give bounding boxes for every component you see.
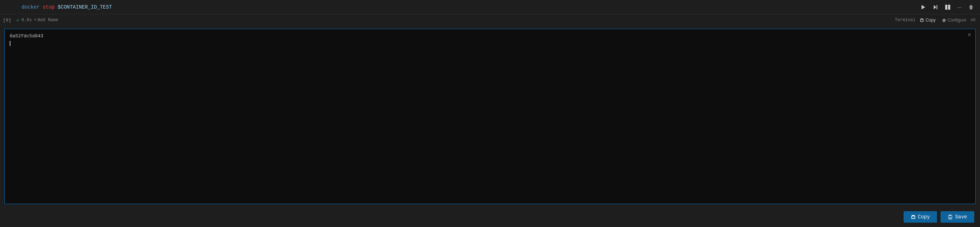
- split-button[interactable]: [943, 3, 952, 11]
- step-row: ··· [9] ✓ 0.8s + Add Name Terminal Copy …: [0, 14, 980, 26]
- delete-button[interactable]: [966, 3, 976, 11]
- cmd-stop: stop: [43, 4, 55, 10]
- terminal-label: Terminal: [895, 18, 916, 22]
- add-icon: +: [34, 18, 37, 22]
- top-toolbar: docker stop $CONTAINER_ID_TEST ···: [0, 0, 980, 14]
- run-alt-button[interactable]: [931, 3, 940, 11]
- copy-icon-small: [920, 18, 924, 22]
- copy-button-label: Copy: [918, 214, 930, 220]
- sidebar-dots[interactable]: ···: [3, 17, 12, 23]
- save-icon: [948, 214, 953, 219]
- save-button[interactable]: Save: [940, 211, 974, 223]
- configure-label: Configure: [948, 18, 966, 22]
- step-copy-label: Copy: [926, 18, 935, 22]
- output-container: 0a52fdc5d843 ×: [0, 26, 980, 207]
- cmd-keyword: docker: [22, 4, 40, 10]
- output-content: 0a52fdc5d843: [10, 34, 43, 39]
- step-check-icon: ✓: [16, 17, 19, 23]
- copy-button[interactable]: Copy: [904, 211, 937, 223]
- more-icon: ···: [957, 4, 962, 10]
- copy-icon: [911, 214, 916, 219]
- step-copy-button[interactable]: Copy: [918, 17, 938, 23]
- run-icon: [920, 4, 926, 10]
- save-button-label: Save: [955, 214, 967, 220]
- step-duration: 0.8s: [22, 18, 32, 22]
- toolbar-right: ···: [919, 3, 976, 11]
- svg-rect-0: [945, 5, 947, 10]
- add-name-button[interactable]: + Add Name: [34, 18, 59, 22]
- add-name-label: Add Name: [38, 18, 59, 22]
- configure-icon: [942, 18, 946, 22]
- sh-label: sh: [970, 18, 976, 22]
- configure-button[interactable]: Configure: [940, 17, 968, 23]
- toolbar-left: docker stop $CONTAINER_ID_TEST: [0, 4, 112, 10]
- close-output-button[interactable]: ×: [966, 31, 972, 38]
- command-display: docker stop $CONTAINER_ID_TEST: [22, 4, 112, 10]
- trash-icon: [968, 4, 974, 10]
- more-button[interactable]: ···: [955, 3, 964, 11]
- svg-rect-1: [948, 5, 950, 10]
- run-button[interactable]: [919, 3, 928, 11]
- run-alt-icon: [933, 4, 939, 10]
- output-text: 0a52fdc5d843: [10, 33, 970, 47]
- split-icon: [945, 4, 951, 10]
- step-row-right: Terminal Copy Configure sh: [895, 17, 976, 23]
- output-box: 0a52fdc5d843 ×: [4, 29, 976, 204]
- cmd-variable: $CONTAINER_ID_TEST: [58, 4, 112, 10]
- bottom-row: Copy Save: [0, 207, 980, 227]
- output-cursor: [10, 41, 10, 46]
